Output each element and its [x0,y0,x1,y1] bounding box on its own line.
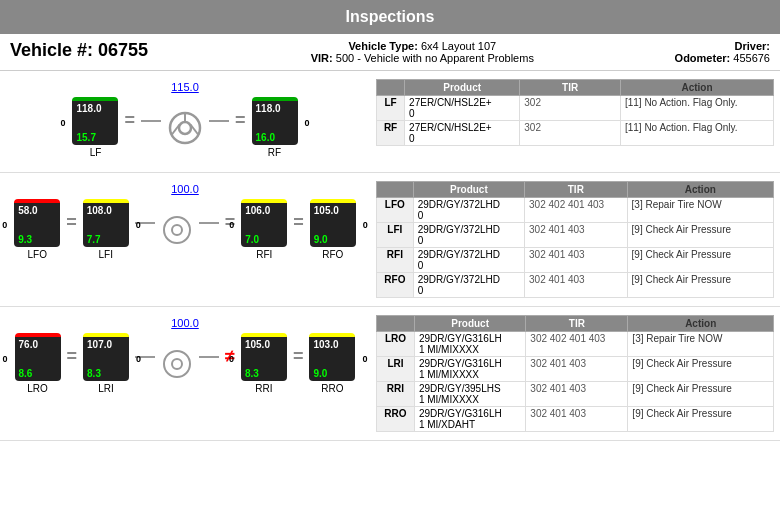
row-tir: 302 402 401 403 [525,198,628,223]
outer-equal: = [293,212,304,233]
outer-equal: = [293,346,304,367]
table-row: LRI 29DR/GY/G316LH1 MI/MIXXXX 302 401 40… [377,357,774,382]
svg-point-8 [172,359,182,369]
drive-table-panel: Product TIR Action LFO 29DR/GY/372LHD0 3… [370,177,780,302]
table-row: LFI 29DR/GY/372LHD0 302 401 403 [9] Chec… [377,223,774,248]
row-product: 27ER/CN/HSL2E+0 [405,96,520,121]
drive-tire-row: 0 76.0 8.6 LRO = 0 107.0 8.3 LRI [10,333,360,394]
th-pos [377,80,405,96]
row-product: 29DR/GY/G316LH1 MI/XDAHT [414,407,525,432]
tire-rfi: 0 105.0 8.3 RRI [241,333,287,394]
steer-distance: 115.0 [10,81,360,93]
svg-point-5 [164,217,190,243]
hline-right [199,356,219,358]
th-tir: TIR [526,316,628,332]
drive-table: Product TIR Action LFO 29DR/GY/372LHD0 3… [376,181,774,298]
row-action: [9] Check Air Pressure [628,382,774,407]
steer-diagram: 115.0 0 118.0 15.7 LF = = 0 118.0 16.0 [0,75,370,168]
table-row: LF 27ER/CN/HSL2E+0 302 [11] No Action. F… [377,96,774,121]
steer-table: Product TIR Action LF 27ER/CN/HSL2E+0 30… [376,79,774,146]
row-product: 29DR/GY/G316LH1 MI/MIXXXX [414,332,525,357]
tire-rfo-box: 0 103.0 9.0 [309,333,355,381]
row-pos: RFI [377,248,414,273]
row-tir: 302 401 403 [526,382,628,407]
tire-rfi-box: 0 105.0 8.3 [241,333,287,381]
hline-right [199,222,219,224]
tire-lfo: 0 58.0 9.3 LFO [14,199,60,260]
row-product: 29DR/GY/G316LH1 MI/MIXXXX [414,357,525,382]
tire-rfi-box: 0 106.0 7.0 [241,199,287,247]
tire-lfo-box: 0 76.0 8.6 [15,333,61,381]
tire-lfi-box: 0 107.0 8.3 [83,333,129,381]
axle-circle-icon [161,214,193,246]
drive-distance: 100.0 [10,183,360,195]
row-pos: LRO [377,332,415,357]
right-equal: = [235,110,246,131]
row-product: 27ER/CN/HSL2E+0 [405,121,520,146]
row-pos: LRI [377,357,415,382]
th-product: Product [413,182,524,198]
row-pos: LF [377,96,405,121]
main-content: 115.0 0 118.0 15.7 LF = = 0 118.0 16.0 [0,71,780,441]
row-action: [9] Check Air Pressure [627,273,773,298]
right-hline [209,120,229,122]
row-product: 29DR/GY/372LHD0 [413,223,524,248]
tire-lfi: 0 107.0 8.3 LRI [83,333,129,394]
drive-tire-row: 0 58.0 9.3 LFO = 0 108.0 7.7 LFI [10,199,360,260]
th-pos [377,182,414,198]
svg-point-7 [164,351,190,377]
left-hline [141,120,161,122]
tire-lf: 0 118.0 15.7 LF [72,97,118,158]
inner-equal: = [66,212,77,233]
svg-point-1 [179,122,191,134]
row-pos: RRO [377,407,415,432]
left-equal: = [124,110,135,131]
row-tir: 302 401 403 [526,357,628,382]
tire-lfo-box: 0 58.0 9.3 [14,199,60,247]
tire-rf: 0 118.0 16.0 RF [252,97,298,158]
svg-point-6 [172,225,182,235]
row-action: [3] Repair Tire NOW [627,198,773,223]
row-tir: 302 [520,96,621,121]
axle-circle-icon [161,348,193,380]
steer-table-panel: Product TIR Action LF 27ER/CN/HSL2E+0 30… [370,75,780,168]
axle-drive1: 100.0 0 58.0 9.3 LFO = 0 108.0 7.7 LFI [0,173,780,307]
row-action: [9] Check Air Pressure [627,223,773,248]
th-tir: TIR [525,182,628,198]
row-pos: LFI [377,223,414,248]
page-title: Inspections [346,8,435,25]
row-product: 29DR/GY/372LHD0 [413,198,524,223]
table-row: RRI 29DR/GY/395LHS1 MI/MIXXXX 302 401 40… [377,382,774,407]
row-tir: 302 401 403 [526,407,628,432]
row-pos: RFO [377,273,414,298]
th-action: Action [620,80,773,96]
drive-distance: 100.0 [10,317,360,329]
row-pos: LFO [377,198,414,223]
th-tir: TIR [520,80,621,96]
inner-equal: = [67,346,78,367]
page-header: Inspections [0,0,780,34]
vehicle-number: Vehicle #: 06755 [10,40,170,61]
th-product: Product [414,316,525,332]
tire-lf-box: 0 118.0 15.7 [72,97,118,145]
row-product: 29DR/GY/372LHD0 [413,248,524,273]
table-row: RF 27ER/CN/HSL2E+0 302 [11] No Action. F… [377,121,774,146]
drive-diagram: 100.0 0 76.0 8.6 LRO = 0 107.0 8.3 LRI [0,311,370,436]
tire-rfo-box: 0 105.0 9.0 [310,199,356,247]
th-product: Product [405,80,520,96]
row-product: 29DR/GY/372LHD0 [413,273,524,298]
drive-diagram: 100.0 0 58.0 9.3 LFO = 0 108.0 7.7 LFI [0,177,370,302]
tire-rfo: 0 105.0 9.0 RFO [310,199,356,260]
table-row: LRO 29DR/GY/G316LH1 MI/MIXXXX 302 402 40… [377,332,774,357]
row-pos: RRI [377,382,415,407]
table-row: RFI 29DR/GY/372LHD0 302 401 403 [9] Chec… [377,248,774,273]
drive-table: Product TIR Action LRO 29DR/GY/G316LH1 M… [376,315,774,432]
row-tir: 302 [520,121,621,146]
table-row: RRO 29DR/GY/G316LH1 MI/XDAHT 302 401 403… [377,407,774,432]
table-row: LFO 29DR/GY/372LHD0 302 402 401 403 [3] … [377,198,774,223]
th-action: Action [627,182,773,198]
th-pos [377,316,415,332]
th-action: Action [628,316,774,332]
tire-lfi-box: 0 108.0 7.7 [83,199,129,247]
row-tir: 302 401 403 [525,248,628,273]
